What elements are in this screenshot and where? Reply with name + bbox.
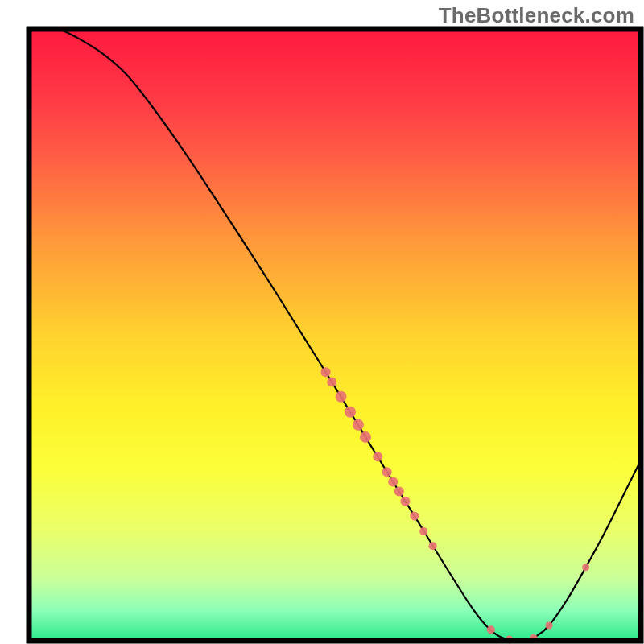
data-point [388,477,398,486]
data-point [327,378,336,387]
data-point [336,391,347,402]
data-point [382,467,392,477]
chart-container: TheBottleneck.com [0,0,644,644]
data-point [419,527,427,535]
data-point [400,497,410,506]
data-point [429,542,437,550]
data-point [410,511,419,520]
watermark-text: TheBottleneck.com [439,3,634,28]
data-point [582,564,589,571]
bottleneck-chart [0,0,644,644]
data-point [321,367,331,377]
plot-background [29,29,641,641]
data-point [353,419,364,431]
data-point [345,407,356,418]
data-point [487,625,495,634]
data-point [394,487,404,497]
data-point [373,452,382,461]
data-point [546,622,553,630]
data-point [360,431,371,443]
